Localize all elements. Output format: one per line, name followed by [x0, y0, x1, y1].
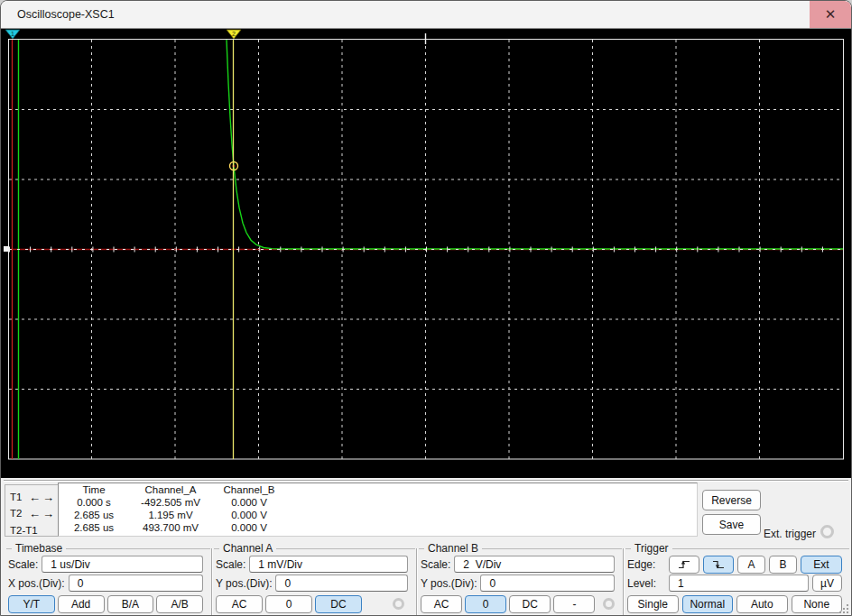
timebase-scale-label: Scale:	[8, 558, 42, 571]
scope-display: 1 2	[1, 29, 851, 478]
close-button[interactable]: ✕	[810, 1, 851, 28]
delta-time: 2.685 us	[59, 522, 129, 534]
header-time: Time	[59, 484, 129, 496]
trigger-mode-buttons: Single Normal Auto None	[627, 594, 842, 613]
cursor2-row-label: T2	[10, 508, 28, 519]
control-panel: T1 ← → T2 ← → T2-T1 Time Channel_A Chann…	[1, 478, 851, 615]
timebase-scale-row: Scale:	[8, 556, 203, 573]
oscilloscope-window: Oscilloscope-XSC1 ✕	[0, 0, 852, 616]
ext-trigger-label: Ext. trigger	[764, 528, 816, 540]
cursor1-right-button[interactable]: →	[42, 491, 55, 503]
section-divider	[211, 548, 213, 615]
t1-channel-b: 0.000 V	[212, 497, 286, 509]
ext-trigger-connector	[820, 525, 834, 538]
channel-a-scale-input[interactable]	[249, 556, 408, 573]
timebase-scale-input[interactable]	[42, 556, 203, 573]
section-divider	[623, 548, 625, 615]
trigger-edge-row: Edge: A B Ext	[627, 556, 842, 573]
channel-b-ypos-row: Y pos.(Div):	[421, 575, 615, 592]
channel-b-ac-button[interactable]: AC	[421, 595, 462, 613]
trigger-normal-button[interactable]: Normal	[682, 595, 734, 613]
channel-a-ac-button[interactable]: AC	[216, 595, 263, 613]
trigger-level-row: Level: µV	[627, 575, 842, 592]
timebase-ab-button[interactable]: A/B	[156, 595, 203, 613]
channel-b-ypos-input[interactable]	[480, 575, 615, 592]
cursor-delta-label: T2-T1	[10, 525, 38, 536]
cursor1-row-label: T1	[10, 492, 28, 502]
timebase-section: Timebase Scale: X pos.(Div): Y/T Add B/A…	[6, 548, 210, 615]
channel-a-ypos-label: Y pos.(Div):	[216, 577, 275, 590]
channel-a-section: Channel A Scale: Y pos.(Div): AC 0 DC	[214, 548, 415, 615]
channel-a-zero-button[interactable]: 0	[265, 595, 312, 613]
channel-b-scale-input[interactable]	[454, 556, 615, 573]
t2-channel-b: 0.000 V	[212, 510, 286, 521]
trigger-edge-label: Edge:	[627, 558, 665, 571]
trigger-level-unit-dropdown[interactable]: µV	[812, 575, 842, 592]
channel-b-ypos-label: Y pos.(Div):	[421, 577, 480, 590]
scope-graticule: 1 2	[1, 29, 851, 478]
section-divider	[416, 548, 418, 615]
falling-edge-icon	[711, 559, 726, 570]
timebase-title: Timebase	[12, 542, 66, 555]
cursor2-right-button[interactable]: →	[42, 507, 55, 519]
timebase-ba-button[interactable]: B/A	[107, 595, 154, 613]
trigger-section: Trigger Edge: A B Ext	[625, 548, 849, 615]
channel-a-scale-row: Scale:	[216, 556, 408, 573]
scope-background	[1, 29, 851, 478]
trigger-rising-edge-button[interactable]	[669, 556, 699, 574]
trigger-level-input[interactable]	[669, 575, 809, 592]
delta-channel-b: 0.000 V	[212, 522, 286, 534]
channel-b-title: Channel B	[424, 542, 482, 555]
channel-b-section: Channel B Scale: Y pos.(Div): AC 0 DC -	[419, 548, 622, 615]
trigger-source-a-button[interactable]: A	[737, 556, 765, 574]
timebase-xpos-row: X pos.(Div):	[8, 575, 203, 592]
measurement-header-row: Time Channel_A Channel_B	[59, 484, 697, 496]
reverse-button[interactable]: Reverse	[702, 490, 761, 510]
trigger-none-button[interactable]: None	[792, 595, 843, 613]
cursor1-left-button[interactable]: ←	[28, 491, 42, 503]
timebase-xpos-input[interactable]	[69, 575, 203, 592]
trigger-source-ext-button[interactable]: Ext	[801, 556, 842, 574]
t1-time: 0.000 s	[59, 497, 129, 509]
channel-b-dc-button[interactable]: DC	[509, 595, 551, 613]
cursor2-label: 2	[232, 31, 236, 37]
channel-a-scale-label: Scale:	[216, 558, 249, 571]
cursor2-left-button[interactable]: ←	[28, 507, 42, 519]
timebase-yt-button[interactable]: Y/T	[8, 595, 55, 613]
channel-a-ypos-input[interactable]	[275, 575, 408, 592]
cursor-delta-row: T2-T1	[10, 523, 38, 538]
delta-values-row: 2.685 us 493.700 mV 0.000 V	[59, 522, 697, 534]
trigger-level-label: Level:	[627, 577, 669, 590]
cursor-stepper-box: T1 ← → T2 ← → T2-T1	[5, 484, 59, 537]
measurement-table: Time Channel_A Channel_B 0.000 s -492.50…	[58, 483, 698, 537]
trigger-source-b-button[interactable]: B	[769, 556, 797, 574]
channel-a-ypos-row: Y pos.(Div):	[216, 575, 408, 592]
timebase-xpos-label: X pos.(Div):	[8, 577, 69, 590]
channel-b-zero-button[interactable]: 0	[465, 595, 506, 613]
channel-b-minus-button[interactable]: -	[553, 595, 595, 613]
trigger-title: Trigger	[631, 542, 672, 555]
t2-values-row: 2.685 us 1.195 mV 0.000 V	[59, 510, 697, 521]
t1-values-row: 0.000 s -492.505 mV 0.000 V	[59, 497, 697, 509]
trigger-falling-edge-button[interactable]	[703, 556, 734, 574]
channel-a-dc-button[interactable]: DC	[315, 595, 362, 613]
zero-left-marker	[4, 246, 9, 252]
channel-a-coupling-buttons: AC 0 DC	[216, 594, 408, 613]
resize-grip[interactable]	[838, 602, 848, 613]
save-button[interactable]: Save	[702, 514, 761, 535]
trigger-auto-button[interactable]: Auto	[736, 595, 788, 613]
trigger-single-button[interactable]: Single	[627, 595, 679, 613]
channel-a-title: Channel A	[219, 542, 276, 555]
close-icon: ✕	[825, 6, 837, 23]
channel-a-connector	[393, 598, 404, 610]
timebase-mode-buttons: Y/T Add B/A A/B	[8, 594, 203, 613]
timebase-add-button[interactable]: Add	[58, 595, 105, 613]
cursor2-row: T2 ← →	[10, 506, 55, 520]
rising-edge-icon	[677, 559, 691, 570]
panel-divider	[4, 480, 848, 482]
header-channel-a: Channel_A	[129, 484, 212, 496]
header-channel-b: Channel_B	[212, 484, 286, 496]
cursor1-row: T1 ← →	[10, 490, 55, 504]
t1-channel-a: -492.505 mV	[129, 497, 212, 509]
cursor1-label: 1	[11, 31, 14, 37]
